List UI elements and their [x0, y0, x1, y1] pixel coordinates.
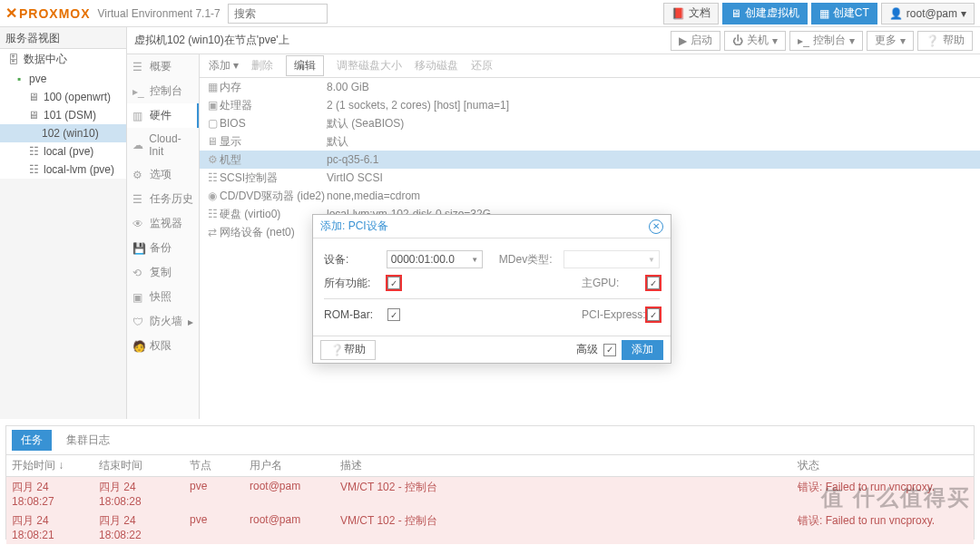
- hw-row-memory[interactable]: ▦内存8.00 GiB: [200, 78, 980, 96]
- start-button[interactable]: ▶启动: [671, 31, 720, 51]
- tab-cluster-log[interactable]: 集群日志: [57, 430, 119, 451]
- more-button[interactable]: 更多▾: [867, 31, 914, 51]
- side-options[interactable]: ⚙选项: [127, 162, 199, 187]
- chevron-down-icon: ▾: [900, 34, 906, 47]
- advanced-checkbox[interactable]: ✓: [603, 344, 616, 356]
- col-start[interactable]: 开始时间 ↓: [6, 455, 93, 476]
- mdev-label: MDev类型:: [499, 252, 564, 268]
- tree-vm-100[interactable]: 🖥100 (openwrt): [0, 88, 126, 106]
- hw-row-scsi[interactable]: ☷SCSI控制器VirtIO SCSI: [200, 169, 980, 187]
- monitor-icon: 🖥: [27, 109, 40, 122]
- pcie-checkbox[interactable]: ✓: [647, 308, 660, 321]
- side-permissions[interactable]: 🧑权限: [127, 334, 199, 358]
- side-backup[interactable]: 💾备份: [127, 236, 199, 260]
- console-button[interactable]: ▸_控制台▾: [789, 31, 863, 51]
- tree-vm-101[interactable]: 🖥101 (DSM): [0, 106, 126, 124]
- top-bar: ✕ PROXMOX Virtual Environment 7.1-7 📕文档 …: [0, 0, 980, 27]
- disk-icon: ☷: [27, 163, 40, 176]
- docs-button[interactable]: 📕文档: [663, 3, 719, 24]
- help-icon: ❔: [926, 34, 939, 47]
- monitor-icon: 🖥: [27, 91, 40, 103]
- breadcrumb-bar: 虚拟机102 (win10)在节点'pve'上 ▶启动 ⏻关机▾ ▸_控制台▾ …: [127, 27, 980, 54]
- mdev-combo[interactable]: ▼: [564, 250, 660, 268]
- col-status[interactable]: 状态: [792, 455, 974, 476]
- terminal-icon: ▸_: [798, 34, 809, 47]
- side-console[interactable]: ▸_控制台: [127, 79, 199, 103]
- all-functions-label: 所有功能:: [324, 276, 387, 291]
- col-desc[interactable]: 描述: [335, 455, 792, 476]
- hw-add-button[interactable]: 添加 ▾: [209, 58, 239, 73]
- side-task-history[interactable]: ☰任务历史: [127, 187, 199, 211]
- advanced-label: 高级: [576, 342, 598, 357]
- side-summary[interactable]: ☰概要: [127, 54, 199, 79]
- memory-icon: ▦: [205, 81, 220, 93]
- list-icon: ☰: [132, 193, 145, 206]
- primary-gpu-checkbox[interactable]: ✓: [647, 277, 660, 289]
- book-icon: 📕: [671, 7, 685, 20]
- server-icon: 🗄: [7, 54, 20, 66]
- logo-x-icon: ✕: [5, 5, 17, 22]
- col-end[interactable]: 结束时间: [93, 455, 184, 476]
- side-snapshot[interactable]: ▣快照: [127, 285, 199, 309]
- rom-bar-checkbox[interactable]: ✓: [387, 308, 400, 321]
- shield-icon: 🛡: [132, 316, 145, 328]
- hw-row-cpu[interactable]: ▣处理器2 (1 sockets, 2 cores) [host] [numa=…: [200, 96, 980, 114]
- camera-icon: ▣: [132, 291, 145, 304]
- task-row[interactable]: 四月 24 18:08:21四月 24 18:08:22pveroot@pamV…: [6, 511, 974, 544]
- tasks-header: 开始时间 ↓ 结束时间 节点 用户名 描述 状态: [6, 455, 974, 477]
- hw-move-button[interactable]: 移动磁盘: [415, 58, 458, 73]
- create-vm-button[interactable]: 🖥创建虚拟机: [722, 3, 808, 24]
- hw-row-machine[interactable]: ⚙机型pc-q35-6.1: [200, 151, 980, 169]
- side-replication[interactable]: ⟲复制: [127, 260, 199, 285]
- chevron-down-icon: ▼: [471, 256, 478, 264]
- shutdown-button[interactable]: ⏻关机▾: [724, 31, 786, 51]
- hw-edit-button[interactable]: 编辑: [286, 55, 324, 76]
- hw-remove-button[interactable]: 删除: [251, 58, 273, 73]
- tree-datacenter[interactable]: 🗄数据中心: [0, 49, 126, 70]
- building-icon: ▪: [13, 73, 25, 85]
- chip-icon: ▥: [132, 110, 145, 122]
- logo-brand: PROXMOX: [19, 6, 91, 21]
- chevron-down-icon: ▾: [772, 34, 778, 47]
- side-hardware[interactable]: ▥硬件: [127, 103, 199, 128]
- user-menu[interactable]: 👤root@pam▾: [881, 3, 975, 24]
- side-monitor[interactable]: 👁监视器: [127, 211, 199, 236]
- hw-row-cdrom[interactable]: ◉CD/DVD驱动器 (ide2)none,media=cdrom: [200, 187, 980, 205]
- tree-node-pve[interactable]: ▪pve: [0, 70, 126, 88]
- disc-icon: ◉: [205, 190, 220, 202]
- dialog-add-button[interactable]: 添加: [622, 340, 663, 360]
- cloud-icon: ☁: [132, 139, 144, 151]
- side-cloudinit[interactable]: ☁Cloud-Init: [127, 128, 199, 162]
- primary-gpu-label: 主GPU:: [582, 276, 647, 291]
- tree-storage-local-lvm[interactable]: ☷local-lvm (pve): [0, 161, 126, 179]
- chip-icon: ▢: [205, 117, 220, 130]
- all-functions-checkbox[interactable]: ✓: [387, 277, 400, 289]
- tab-tasks[interactable]: 任务: [12, 430, 52, 451]
- hw-revert-button[interactable]: 还原: [471, 58, 493, 73]
- dialog-title: 添加: PCI设备: [320, 219, 388, 234]
- disk-icon: ☷: [205, 171, 220, 184]
- tasks-panel: 任务 集群日志 开始时间 ↓ 结束时间 节点 用户名 描述 状态 四月 24 1…: [5, 425, 975, 540]
- rom-bar-label: ROM-Bar:: [324, 308, 387, 321]
- tree-storage-local[interactable]: ☷local (pve): [0, 142, 126, 161]
- side-firewall[interactable]: 🛡防火墙▸: [127, 309, 199, 334]
- sync-icon: ⟲: [132, 267, 145, 279]
- col-user[interactable]: 用户名: [244, 455, 335, 476]
- close-button[interactable]: ✕: [649, 219, 663, 234]
- pcie-label: PCI-Express:: [582, 308, 647, 321]
- hw-row-bios[interactable]: ▢BIOS默认 (SeaBIOS): [200, 114, 980, 132]
- device-combo[interactable]: 0000:01:00.0▼: [387, 250, 483, 268]
- disk-icon: ☷: [27, 145, 40, 158]
- task-row[interactable]: 四月 24 18:08:27四月 24 18:08:28pveroot@pamV…: [6, 477, 974, 511]
- tree-vm-102[interactable]: 102 (win10): [0, 124, 126, 142]
- key-icon: 🧑: [132, 340, 145, 353]
- dialog-help-button[interactable]: ❔ 帮助: [320, 340, 376, 360]
- help-button[interactable]: ❔帮助: [917, 31, 973, 51]
- col-node[interactable]: 节点: [184, 455, 244, 476]
- chevron-right-icon: ▸: [188, 316, 193, 328]
- hw-resize-button[interactable]: 调整磁盘大小: [337, 58, 402, 73]
- create-ct-button[interactable]: ▦创建CT: [811, 3, 877, 24]
- cube-icon: ▦: [819, 7, 829, 20]
- hw-row-display[interactable]: 🖥显示默认: [200, 132, 980, 151]
- search-input[interactable]: [228, 4, 328, 24]
